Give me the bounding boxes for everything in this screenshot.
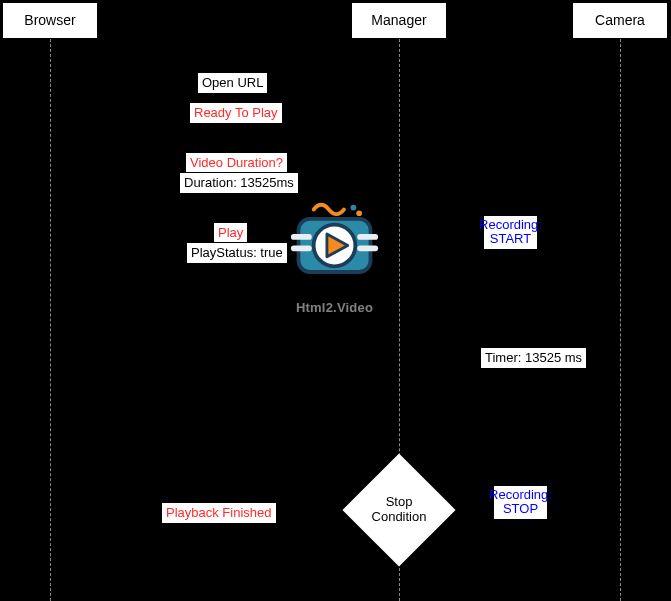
msg-open-url: Open URL (197, 72, 268, 94)
msg-recording-stop: Recording: STOP (493, 485, 548, 520)
decision-stop-condition-label: Stop Condition (359, 470, 439, 550)
lifeline-camera (620, 39, 621, 601)
msg-play-status: PlayStatus: true (186, 242, 288, 264)
svg-rect-1 (291, 234, 312, 240)
logo-caption: Html2.Video (287, 300, 382, 315)
msg-play: Play (213, 222, 248, 244)
svg-point-8 (356, 210, 362, 216)
svg-point-7 (351, 205, 357, 211)
actor-browser: Browser (2, 2, 98, 39)
msg-recording-start: Recording: START (483, 215, 538, 250)
msg-duration-reply: Duration: 13525ms (179, 172, 299, 194)
msg-video-duration: Video Duration? (185, 152, 288, 174)
decision-stop-condition: Stop Condition (359, 470, 439, 550)
msg-ready-to-play: Ready To Play (189, 102, 283, 124)
msg-playback-finished: Playback Finished (161, 502, 277, 524)
svg-rect-4 (357, 245, 378, 251)
svg-rect-3 (357, 234, 378, 240)
play-video-icon (287, 200, 382, 290)
lifeline-browser (50, 39, 51, 601)
svg-rect-2 (291, 245, 312, 251)
msg-timer: Timer: 13525 ms (480, 347, 587, 369)
actor-camera: Camera (572, 2, 668, 39)
actor-manager: Manager (351, 2, 447, 39)
logo: Html2.Video (287, 200, 382, 315)
